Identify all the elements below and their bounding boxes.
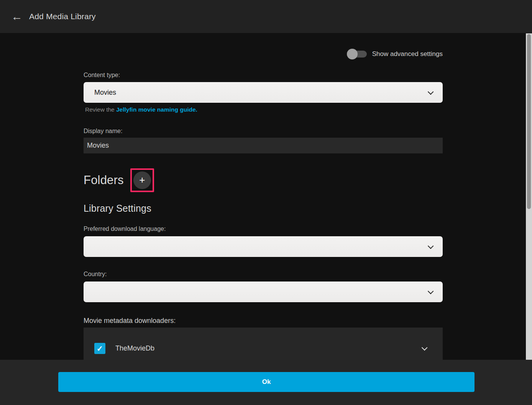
naming-guide-help: Review the Jellyfin movie naming guide.: [85, 106, 443, 113]
chevron-down-icon: [428, 89, 434, 95]
toggle-knob: [347, 49, 358, 59]
display-name-input[interactable]: [84, 138, 443, 153]
metadata-downloader-row[interactable]: ✓ TheMovieDb: [84, 328, 443, 354]
ok-button[interactable]: Ok: [58, 372, 475, 392]
scrollbar-track[interactable]: [526, 33, 532, 360]
country-select[interactable]: [84, 282, 443, 302]
chevron-down-icon: [428, 288, 434, 294]
page-title: Add Media Library: [29, 12, 96, 21]
library-form: Show advanced settings Content type: Mov…: [84, 49, 443, 360]
content-type-value: Movies: [94, 89, 428, 97]
scrollbar-thumb[interactable]: [527, 34, 531, 209]
metadata-downloaders-label: Movie metadata downloaders:: [84, 317, 443, 325]
content-type-select[interactable]: Movies: [84, 82, 443, 103]
focus-ring: +: [130, 168, 154, 192]
content-type-label: Content type:: [84, 72, 443, 79]
country-label: Country:: [84, 271, 443, 278]
help-text: Review the: [85, 106, 116, 113]
metadata-downloaders-panel: ✓ TheMovieDb: [84, 328, 443, 360]
metadata-downloader-name: TheMovieDb: [115, 344, 422, 352]
add-folder-button[interactable]: +: [133, 171, 151, 189]
header-bar: ← Add Media Library: [0, 0, 532, 33]
help-suffix: .: [196, 106, 197, 113]
chevron-down-icon: [428, 243, 434, 249]
dialog-content: Show advanced settings Content type: Mov…: [0, 33, 526, 360]
preferred-language-select[interactable]: [84, 236, 443, 257]
show-advanced-settings-toggle[interactable]: [347, 49, 368, 59]
back-arrow-icon[interactable]: ←: [8, 8, 25, 25]
chevron-down-icon[interactable]: [422, 345, 428, 351]
advanced-settings-row: Show advanced settings: [84, 49, 443, 59]
folders-section-header: Folders +: [84, 168, 443, 192]
preferred-language-label: Preferred download language:: [84, 226, 443, 232]
folders-heading: Folders: [84, 173, 124, 187]
display-name-label: Display name:: [84, 128, 443, 135]
library-settings-heading: Library Settings: [84, 203, 443, 214]
footer-bar: Ok: [0, 360, 532, 405]
show-advanced-settings-label: Show advanced settings: [372, 50, 443, 58]
naming-guide-link[interactable]: Jellyfin movie naming guide: [116, 106, 196, 113]
themoviedb-checkbox[interactable]: ✓: [94, 343, 105, 354]
